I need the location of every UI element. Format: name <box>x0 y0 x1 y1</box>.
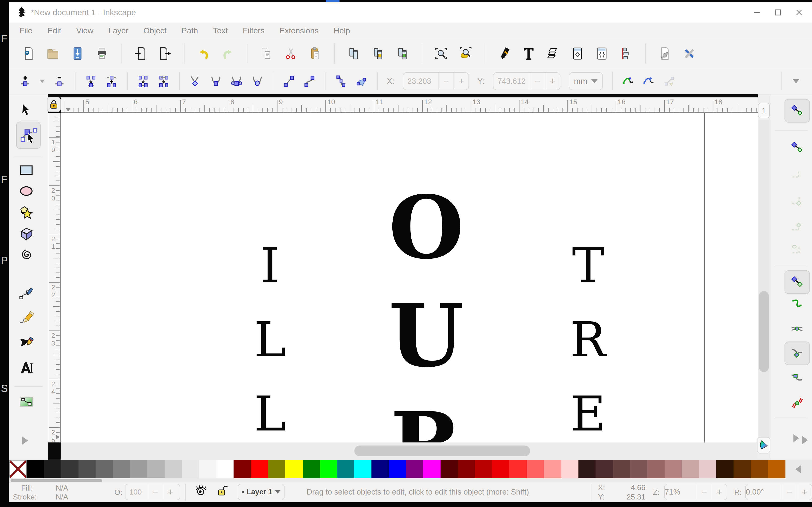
palette-swatch[interactable] <box>527 460 544 478</box>
zoom-value[interactable]: 71% <box>665 488 697 496</box>
color-management-button[interactable] <box>757 437 770 453</box>
segment-curve-icon[interactable] <box>303 75 315 87</box>
x-coord-field[interactable]: 23.203 − + <box>403 72 469 90</box>
palette-swatch[interactable] <box>578 460 596 478</box>
palette-swatch[interactable] <box>354 460 371 478</box>
palette-swatch[interactable] <box>79 460 96 478</box>
x-coord-value[interactable]: 23.203 <box>403 77 439 86</box>
delete-segment-icon[interactable] <box>158 75 170 87</box>
ellipse-tool[interactable] <box>19 183 34 199</box>
unit-dropdown[interactable]: mm <box>569 72 603 90</box>
snap-bbox-corners-icon[interactable] <box>791 194 804 207</box>
selector-tool[interactable] <box>19 103 34 118</box>
rotation-increment-button[interactable]: + <box>797 487 812 497</box>
menu-filters[interactable]: Filters <box>243 26 264 35</box>
vertical-scrollbar[interactable] <box>758 120 769 443</box>
node-symmetric-icon[interactable] <box>231 75 243 87</box>
canvas[interactable]: ILLER OURT TREET <box>61 113 758 443</box>
snap-bbox-edge-midpoints-icon[interactable] <box>791 220 804 233</box>
calligraphy-tool[interactable] <box>19 336 34 351</box>
open-icon[interactable] <box>46 47 60 60</box>
palette-swatch[interactable] <box>475 460 492 478</box>
menu-layer[interactable]: Layer <box>108 26 128 35</box>
zoom-drawing-icon[interactable] <box>459 47 472 60</box>
menu-extensions[interactable]: Extensions <box>280 26 319 35</box>
palette-swatch[interactable] <box>561 460 578 478</box>
menu-help[interactable]: Help <box>334 26 350 35</box>
snapbar-expander-icon[interactable] <box>794 434 799 442</box>
zoom-selection-icon[interactable] <box>435 47 448 60</box>
palette-swatch[interactable] <box>596 460 613 478</box>
box3d-tool[interactable] <box>19 226 34 241</box>
horizontal-scrollbar-thumb[interactable] <box>354 446 530 456</box>
paste-icon[interactable] <box>308 47 322 60</box>
snap-bbox-edges-icon[interactable] <box>791 167 804 180</box>
palette-swatch[interactable] <box>630 460 647 478</box>
palette-swatch[interactable] <box>423 460 440 478</box>
palette-swatch[interactable] <box>768 460 785 478</box>
align-distribute-icon[interactable] <box>620 47 633 60</box>
palette-swatch[interactable] <box>199 460 216 478</box>
palette-swatch[interactable] <box>234 460 251 478</box>
canvas-text-column-right[interactable]: TREET <box>564 237 612 443</box>
node-auto-icon[interactable] <box>251 75 263 87</box>
snap-nodes-button[interactable] <box>784 270 810 294</box>
color-palette[interactable] <box>9 460 785 478</box>
close-button[interactable] <box>789 3 810 22</box>
vertical-scrollbar-thumb[interactable] <box>759 291 769 372</box>
save-icon[interactable] <box>71 47 84 60</box>
insert-node-menu-icon[interactable] <box>40 79 45 83</box>
minimize-button[interactable] <box>746 3 767 22</box>
palette-swatch[interactable] <box>216 460 234 478</box>
palette-swatch[interactable] <box>303 460 320 478</box>
lock-guides-button[interactable] <box>47 97 61 112</box>
delete-node-icon[interactable] <box>53 75 65 87</box>
palette-swatch[interactable] <box>27 460 44 478</box>
object-to-path-icon[interactable] <box>335 75 347 87</box>
undo-icon[interactable] <box>197 47 210 60</box>
menu-view[interactable]: View <box>76 26 93 35</box>
segment-line-icon[interactable] <box>283 75 295 87</box>
x-increment-button[interactable]: + <box>454 76 468 87</box>
new-document-icon[interactable] <box>22 47 36 60</box>
zoom-field[interactable]: 71% − + <box>664 484 727 500</box>
palette-swatch[interactable] <box>285 460 302 478</box>
xml-editor-icon[interactable] <box>571 47 584 60</box>
palette-swatch[interactable] <box>682 460 699 478</box>
text-tool[interactable] <box>19 360 34 375</box>
layer-dropdown[interactable]: Layer 1 <box>238 484 285 500</box>
snap-bounding-box-icon[interactable] <box>791 141 804 154</box>
rectangle-tool[interactable] <box>19 162 34 177</box>
palette-swatch-none[interactable] <box>9 460 27 478</box>
zoom-decrement-button[interactable]: − <box>697 487 712 497</box>
snap-paths-icon[interactable] <box>791 298 804 311</box>
pencil-tool[interactable] <box>19 311 34 326</box>
join-nodes-icon[interactable] <box>85 75 97 87</box>
text-dialog-icon[interactable] <box>522 47 536 60</box>
palette-swatch[interactable] <box>182 460 199 478</box>
palette-swatch[interactable] <box>441 460 458 478</box>
opacity-value[interactable]: 100 <box>125 488 148 496</box>
palette-swatch[interactable] <box>389 460 406 478</box>
snap-cusp-nodes-button[interactable] <box>784 341 810 365</box>
maximize-button[interactable] <box>767 3 789 22</box>
toolbar-overflow-icon[interactable] <box>793 79 799 83</box>
palette-swatch[interactable] <box>733 460 751 478</box>
break-nodes-icon[interactable] <box>105 75 118 87</box>
zoom-increment-button[interactable]: + <box>712 487 727 497</box>
fill-value[interactable]: N/A <box>56 484 68 493</box>
palette-swatch[interactable] <box>320 460 337 478</box>
horizontal-ruler[interactable]: 56789101112131415161718 <box>61 97 758 113</box>
palette-swatch[interactable] <box>268 460 285 478</box>
insert-node-icon[interactable] <box>19 75 31 87</box>
palette-swatch[interactable] <box>44 460 61 478</box>
x-decrement-button[interactable]: − <box>439 76 453 87</box>
palette-swatch[interactable] <box>113 460 130 478</box>
palette-swatch[interactable] <box>509 460 526 478</box>
star-tool[interactable] <box>19 205 34 220</box>
menu-edit[interactable]: Edit <box>47 26 61 35</box>
node-smooth-icon[interactable] <box>210 75 222 87</box>
vertical-ruler[interactable]: 19202122232425 <box>48 113 61 443</box>
cut-icon[interactable] <box>284 47 298 60</box>
palette-swatch[interactable] <box>751 460 768 478</box>
